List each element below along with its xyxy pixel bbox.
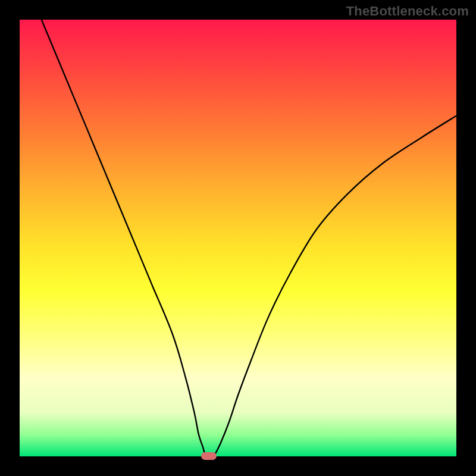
bottleneck-curve (20, 20, 456, 456)
optimal-marker (201, 452, 217, 460)
chart-frame: TheBottleneck.com (0, 0, 476, 476)
curve-right-branch (214, 115, 456, 456)
curve-left-branch (42, 20, 205, 456)
watermark-text: TheBottleneck.com (346, 4, 469, 19)
